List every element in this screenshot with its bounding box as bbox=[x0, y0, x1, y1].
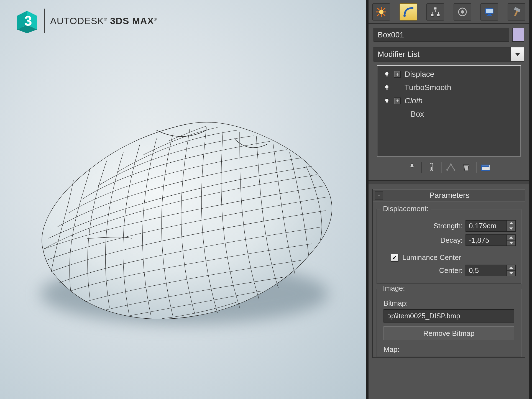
svg-rect-41 bbox=[482, 165, 489, 167]
tab-create[interactable] bbox=[372, 3, 390, 21]
object-color-swatch[interactable] bbox=[512, 28, 524, 42]
svg-line-14 bbox=[377, 14, 379, 16]
pin-icon bbox=[407, 163, 417, 172]
param-decay: Decay: -1,875 bbox=[382, 234, 516, 246]
group-image: Image: Bitmap: ɔp\item0025_DISP.bmp Remo… bbox=[377, 289, 521, 357]
modifier-list-button[interactable] bbox=[511, 47, 524, 61]
bitmap-label: Bitmap: bbox=[383, 299, 516, 308]
remove-modifier-button[interactable] bbox=[460, 161, 472, 173]
trash-icon bbox=[462, 163, 471, 172]
center-spinner[interactable]: 0,5 bbox=[466, 265, 516, 276]
svg-line-13 bbox=[383, 8, 385, 10]
tab-modify[interactable] bbox=[400, 3, 417, 21]
tab-utilities[interactable] bbox=[508, 3, 525, 21]
modifier-stack-toolbar bbox=[369, 157, 529, 177]
app-logo-text: AUTODESK® 3DS MAX® bbox=[50, 16, 157, 26]
svg-rect-23 bbox=[488, 14, 491, 15]
display-icon bbox=[484, 6, 495, 17]
show-end-result-button[interactable] bbox=[425, 161, 438, 173]
svg-rect-28 bbox=[386, 75, 388, 76]
arc-icon bbox=[403, 6, 414, 17]
tab-display[interactable] bbox=[480, 3, 498, 21]
app-logo: 3 AUTODESK® 3DS MAX® bbox=[13, 8, 157, 33]
svg-rect-17 bbox=[434, 7, 437, 10]
group-title-image: Image: bbox=[381, 284, 407, 293]
viewport-3d[interactable]: 3 AUTODESK® 3DS MAX® bbox=[0, 0, 366, 399]
svg-rect-30 bbox=[386, 88, 388, 89]
param-luminance-center: ✓ Luminance Center bbox=[391, 253, 516, 262]
modifier-item-cloth[interactable]: + Cloth bbox=[377, 94, 520, 108]
svg-point-15 bbox=[403, 15, 406, 17]
svg-text:3: 3 bbox=[24, 13, 32, 29]
svg-rect-39 bbox=[464, 165, 469, 166]
tab-motion[interactable] bbox=[454, 3, 471, 21]
remove-bitmap-button[interactable]: Remove Bitmap bbox=[383, 326, 514, 340]
svg-point-6 bbox=[379, 10, 383, 14]
make-unique-button[interactable] bbox=[445, 161, 457, 173]
svg-rect-22 bbox=[485, 9, 493, 14]
svg-rect-33 bbox=[412, 168, 412, 171]
strength-spinner[interactable]: 0,179cm bbox=[466, 220, 516, 232]
decay-spinner[interactable]: -1,875 bbox=[466, 234, 516, 246]
pin-stack-button[interactable] bbox=[406, 161, 418, 173]
configure-icon bbox=[481, 163, 490, 172]
chevron-down-icon bbox=[515, 53, 520, 56]
param-strength: Strength: 0,179cm bbox=[382, 220, 516, 232]
svg-rect-35 bbox=[431, 167, 432, 170]
param-center: Center: 0,5 bbox=[382, 265, 516, 276]
spinner-up-icon bbox=[509, 267, 513, 269]
rollout-header-parameters[interactable]: - Parameters bbox=[373, 189, 525, 201]
group-title-displacement: Displacement: bbox=[381, 204, 431, 213]
svg-point-29 bbox=[385, 85, 388, 89]
spinner-down-icon bbox=[509, 242, 513, 244]
rollout-parameters: - Parameters Displacement: Strength: 0,1… bbox=[372, 189, 525, 358]
modifier-stack[interactable]: + Displace TurboSmooth + Cloth Box bbox=[377, 65, 521, 157]
vial-icon bbox=[427, 163, 436, 172]
svg-point-38 bbox=[454, 169, 455, 171]
spinner-up-icon bbox=[509, 222, 513, 224]
modifier-list-dropdown[interactable]: Modifier List bbox=[374, 47, 524, 62]
lightbulb-icon[interactable] bbox=[383, 98, 390, 104]
sparkle-icon bbox=[376, 6, 387, 17]
command-panel-tabs bbox=[369, 2, 529, 24]
lightbulb-icon[interactable] bbox=[383, 71, 390, 78]
hierarchy-icon bbox=[430, 6, 441, 17]
viewport-object-pillow bbox=[18, 94, 348, 345]
group-displacement: Displacement: Strength: 0,179cm Decay: -… bbox=[377, 209, 521, 284]
spinner-down-icon bbox=[509, 272, 513, 274]
svg-line-12 bbox=[383, 14, 385, 16]
lightbulb-icon[interactable] bbox=[383, 84, 390, 91]
svg-rect-18 bbox=[431, 14, 434, 16]
hammer-icon bbox=[511, 6, 522, 17]
command-panel: Box001 Modifier List + Displace TurboSmo… bbox=[366, 0, 532, 399]
modifier-item-turbosmooth[interactable]: TurboSmooth bbox=[377, 81, 520, 94]
svg-point-37 bbox=[446, 169, 448, 171]
spinner-down-icon bbox=[509, 227, 513, 230]
modifier-item-displace[interactable]: + Displace bbox=[377, 68, 520, 81]
svg-point-36 bbox=[450, 163, 452, 165]
svg-point-16 bbox=[411, 7, 413, 9]
svg-rect-32 bbox=[386, 102, 388, 103]
spinner-up-icon bbox=[509, 236, 513, 239]
svg-line-11 bbox=[377, 8, 379, 10]
autodesk-3ds-logo-icon: 3 bbox=[13, 8, 38, 33]
svg-point-21 bbox=[461, 10, 464, 14]
object-name-row: Box001 bbox=[369, 24, 529, 43]
expand-icon[interactable]: + bbox=[394, 98, 401, 104]
map-label: Map: bbox=[383, 345, 516, 354]
modifier-list-label: Modifier List bbox=[374, 50, 511, 59]
motion-icon bbox=[457, 6, 468, 17]
svg-rect-19 bbox=[437, 14, 440, 16]
configure-sets-button[interactable] bbox=[480, 161, 492, 173]
luminance-center-checkbox[interactable]: ✓ bbox=[391, 254, 398, 262]
object-name-input[interactable]: Box001 bbox=[374, 28, 509, 42]
expand-icon[interactable]: + bbox=[394, 71, 401, 78]
svg-point-27 bbox=[385, 72, 388, 75]
tab-hierarchy[interactable] bbox=[426, 3, 444, 21]
svg-point-31 bbox=[385, 98, 388, 102]
svg-rect-24 bbox=[487, 15, 492, 16]
branch-icon bbox=[446, 163, 456, 172]
modifier-item-box[interactable]: Box bbox=[377, 108, 520, 121]
bitmap-path-button[interactable]: ɔp\item0025_DISP.bmp bbox=[383, 309, 514, 323]
rollout-collapse-icon: - bbox=[375, 191, 383, 200]
